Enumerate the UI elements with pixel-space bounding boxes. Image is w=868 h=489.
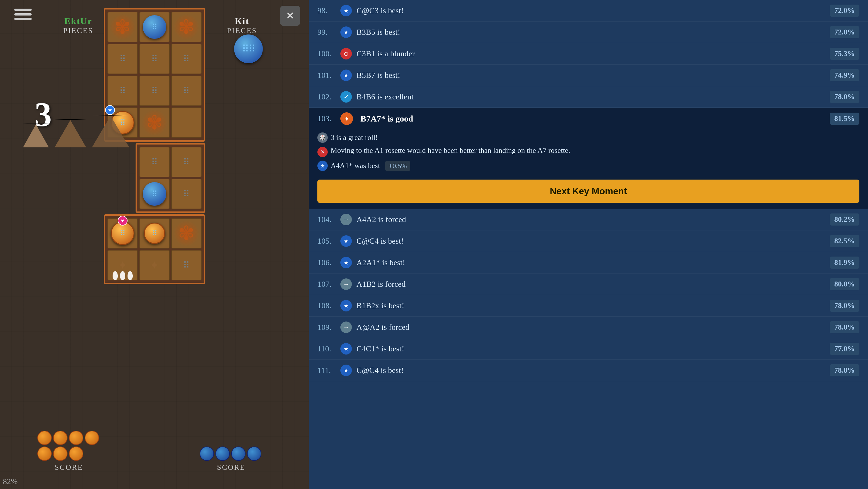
cell-r2c2[interactable] [139,44,170,74]
move-icon-103: ♦ [340,112,353,125]
move-text-102: B4B6 is excellent [356,92,830,101]
cell-r4c2[interactable] [139,108,170,138]
next-key-moment-button[interactable]: Next Key Moment [317,180,859,203]
move-item-101[interactable]: 101. ★ B5B7 is best! 74.9% [309,65,868,86]
cell-b2c3[interactable] [171,250,202,280]
kit-piece: ⠿⠿ [234,34,263,63]
move-icon-100: ⊖ [340,48,352,59]
move-item-108[interactable]: 108. ★ B1B2x is best! 78.0% [309,295,868,316]
die-3 [92,115,129,147]
right-panel[interactable]: 98. ★ C@C3 is best! 72.0% 99. ★ B3B5 is … [309,0,868,489]
orange-piece-3: ⠿ [144,223,165,244]
blue-piece-1: ⠿ [143,15,166,39]
move-pct-103: 81.5% [830,113,860,125]
move-text-98: C@C3 is best! [356,6,830,15]
move-item-107[interactable]: 107. → A1B2 is forced 80.0% [309,274,868,295]
move-pct-109: 78.0% [830,321,860,333]
ektur-score-label: Score [37,463,100,472]
move-text-110: C4C1* is best! [356,344,830,354]
move-icon-109: → [340,322,352,333]
cell-r1c1[interactable] [107,12,138,42]
ektur-sub: Pieces [63,26,93,35]
kit-score-pieces [199,447,263,461]
cell-r4c3[interactable] [171,108,202,138]
cell-r2c3[interactable] [171,44,202,74]
cell-r2c1[interactable] [107,44,138,74]
move-item-102[interactable]: 102. ✔ B4B6 is excellent 78.0% [309,86,868,108]
move-item-98[interactable]: 98. ★ C@C3 is best! 72.0% [309,0,868,22]
cell-b1c3[interactable] [171,218,202,248]
move-item-105[interactable]: 105. ★ C@C4 is best! 82.5% [309,231,868,252]
move-num-101: 101. [317,71,340,80]
move-pct-104: 80.2% [830,213,860,225]
cell-b2c1[interactable] [107,250,138,280]
cell-r3c3[interactable] [171,75,202,106]
cell-b1c1[interactable]: ⠿ ♥ [107,218,138,248]
kit-score-area: Score [199,447,263,472]
move-num-102: 102. [317,92,340,101]
move-num-109: 109. [317,323,340,332]
move-text-111: C@C4 is best! [356,366,830,375]
best-icon: ★ [317,161,328,171]
move-pct-98: 72.0% [830,5,860,17]
kit-score-label: Score [199,463,263,472]
cell-r3c1[interactable] [107,75,138,106]
cell-m2[interactable] [171,147,202,177]
move-item-111[interactable]: 111. ★ C@C4 is best! 78.8% [309,360,868,381]
hamburger-menu[interactable] [14,9,32,20]
cell-m4[interactable] [171,179,202,209]
move-item-104[interactable]: 104. → A4A2 is forced 80.2% [309,209,868,231]
move-pct-107: 80.0% [830,278,860,290]
bottom-percentage: 82% [3,477,18,486]
cell-b1c2[interactable]: ⠿ [139,218,170,248]
cell-r1c3[interactable] [171,12,202,42]
score-piece-6 [53,447,67,461]
move-item-110[interactable]: 110. ★ C4C1* is best! 77.0% [309,338,868,360]
move-text-104: A4A2 is forced [356,215,830,224]
kit-name: Kit [227,16,257,26]
move-text-101: B5B7 is best! [356,71,830,80]
move-item-106[interactable]: 106. ★ A2A1* is best! 81.9% [309,252,868,274]
move-item-100[interactable]: 100. ⊖ C3B1 is a blunder 75.3% [309,43,868,65]
score-piece-7 [69,447,83,461]
ektur-name: EktUr [63,16,93,26]
move-103-detail: 🎲 3 is a great roll! ✕ Moving to the A1 … [309,129,868,174]
move-103-header[interactable]: 103. ♦ B7A7* is good 81.5% [309,108,868,129]
kit-score-piece-2 [215,447,230,461]
move-item-99[interactable]: 99. ★ B3B5 is best! 72.0% [309,22,868,43]
move-text-107: A1B2 is forced [356,280,830,289]
move-num-110: 110. [317,344,340,354]
white-tokens [113,271,133,280]
move-icon-110: ★ [340,343,352,355]
star-badge-1: ★ [105,105,115,115]
cell-r1c2[interactable]: ⠿ [139,12,170,42]
move-icon-105: ★ [340,235,352,247]
kit-pieces-area: ⠿⠿ [234,34,263,63]
move-icon-102: ✔ [340,91,352,102]
ektur-score-area: Score [37,431,100,472]
ektur-label: EktUr Pieces [63,16,93,35]
move-icon-111: ★ [340,365,352,376]
die-1 [23,124,49,147]
cell-m3[interactable]: ⠿ [139,179,170,209]
move-text-108: B1B2x is best! [356,301,830,310]
move-num-104: 104. [317,215,340,224]
move-list: 98. ★ C@C3 is best! 72.0% 99. ★ B3B5 is … [309,0,868,381]
close-button[interactable]: ✕ [280,6,300,26]
cell-m1[interactable] [139,147,170,177]
move-pct-110: 77.0% [830,343,860,355]
move-pct-99: 72.0% [830,26,860,38]
move-pct-101: 74.9% [830,69,860,81]
roll-icon: 🎲 [317,132,328,143]
cell-b2c2[interactable] [139,250,170,280]
move-num-99: 99. [317,28,340,37]
white-token-2 [120,271,125,280]
move-text-99: B3B5 is best! [356,28,830,37]
kit-score-piece-4 [247,447,261,461]
move-text-109: A@A2 is forced [356,323,830,332]
move-item-103[interactable]: 103. ♦ B7A7* is good 81.5% 🎲 3 is a grea… [309,108,868,209]
move-pct-102: 78.0% [830,91,860,103]
cell-r3c2[interactable] [139,75,170,106]
move-item-109[interactable]: 109. → A@A2 is forced 78.0% [309,316,868,338]
score-piece-4 [85,431,99,445]
